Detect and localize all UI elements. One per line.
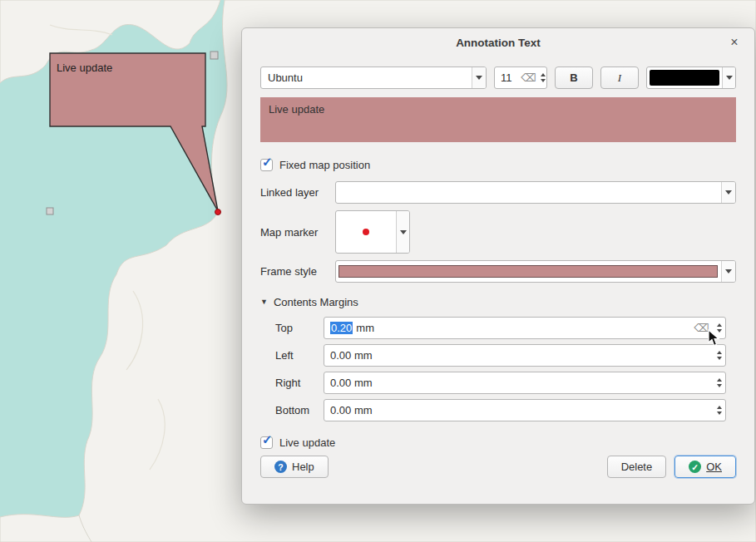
spin-down-icon[interactable]: [717, 411, 722, 415]
margin-bottom-spinner[interactable]: 0.00 mm: [324, 399, 726, 421]
margin-bottom-value: 0.00 mm: [324, 404, 713, 416]
spin-down-icon[interactable]: [541, 79, 546, 82]
annotation-text-editor[interactable]: Live update: [260, 97, 736, 142]
selection-handle[interactable]: [47, 208, 53, 214]
marker-dot-icon: [363, 229, 369, 235]
frame-style-label: Frame style: [260, 265, 335, 278]
fixed-map-position-checkbox[interactable]: ✓ Fixed map position: [260, 159, 736, 171]
check-icon: ✓: [262, 432, 273, 447]
spin-up-icon[interactable]: [541, 73, 546, 76]
dialog-titlebar[interactable]: Annotation Text ×: [242, 28, 754, 57]
spin-down-icon[interactable]: [717, 329, 722, 333]
margin-top-label: Top: [275, 322, 324, 334]
map-marker-row: Map marker: [260, 210, 736, 254]
spin-up-icon[interactable]: [717, 406, 722, 409]
spin-up-icon[interactable]: [717, 323, 722, 327]
spin-up-icon[interactable]: [717, 351, 722, 354]
map-marker-button[interactable]: [335, 210, 410, 254]
clear-icon[interactable]: ⌫: [518, 71, 540, 84]
margin-top-row: Top 0.20mm ⌫: [275, 317, 726, 339]
font-family-select[interactable]: Ubuntu: [260, 67, 487, 89]
margin-right-row: Right 0.00 mm: [275, 372, 726, 394]
map-land-southwest: [0, 515, 91, 542]
contents-margins-toggle[interactable]: ▼ Contents Margins: [260, 296, 736, 308]
help-button[interactable]: ? Help: [260, 456, 329, 478]
font-family-value: Ubuntu: [261, 71, 472, 84]
map-marker-label: Map marker: [260, 226, 335, 239]
dialog-body: Ubuntu 11 ⌫ B I: [242, 57, 754, 488]
live-update-label: Live update: [279, 436, 335, 449]
collapse-triangle-icon: ▼: [260, 298, 268, 306]
margin-left-label: Left: [275, 349, 324, 362]
spin-up-icon[interactable]: [717, 378, 722, 382]
linked-layer-label: Linked layer: [260, 186, 335, 199]
spin-down-icon[interactable]: [717, 357, 722, 360]
margin-right-spinner[interactable]: 0.00 mm: [324, 372, 726, 394]
selection-handle[interactable]: [210, 52, 218, 59]
delete-button[interactable]: Delete: [607, 456, 667, 478]
chevron-down-icon[interactable]: [722, 67, 735, 88]
close-icon[interactable]: ×: [726, 34, 743, 51]
ok-check-icon: ✓: [689, 461, 701, 473]
live-update-checkbox[interactable]: ✓ Live update: [260, 436, 736, 449]
frame-style-row: Frame style: [260, 260, 736, 283]
italic-button[interactable]: I: [600, 67, 639, 89]
chevron-down-icon[interactable]: [721, 261, 735, 282]
selected-text: 0.20: [330, 322, 353, 334]
spinner-buttons[interactable]: [713, 400, 725, 421]
annotation-anchor-marker[interactable]: [215, 209, 221, 215]
contents-margins-group: Top 0.20mm ⌫ Left: [275, 317, 726, 421]
frame-style-select[interactable]: [335, 260, 736, 283]
marker-preview: [336, 211, 396, 253]
help-icon: ?: [274, 461, 287, 473]
margin-left-row: Left 0.00 mm: [275, 344, 726, 367]
linked-layer-select[interactable]: [335, 181, 736, 204]
margin-right-label: Right: [275, 377, 324, 389]
map-annotation-text: Live update: [57, 62, 112, 74]
linked-layer-row: Linked layer: [260, 181, 736, 204]
color-swatch: [650, 70, 719, 86]
checkbox-box[interactable]: ✓: [260, 159, 273, 171]
annotation-text-dialog: Annotation Text × Ubuntu 11 ⌫ B: [241, 27, 755, 505]
dialog-button-row: ? Help Delete ✓ OK: [260, 456, 736, 478]
margin-left-spinner[interactable]: 0.00 mm: [324, 344, 726, 367]
chevron-down-icon[interactable]: [721, 182, 735, 203]
help-label: Help: [292, 461, 314, 473]
font-size-spinner[interactable]: 11 ⌫: [494, 67, 547, 89]
annotation-text-value: Live update: [269, 103, 324, 116]
font-toolbar: Ubuntu 11 ⌫ B I: [260, 67, 736, 89]
font-color-button[interactable]: [646, 67, 736, 89]
fixed-map-position-label: Fixed map position: [279, 159, 370, 171]
checkbox-box[interactable]: ✓: [260, 436, 273, 449]
spinner-buttons[interactable]: [713, 372, 725, 393]
frame-style-preview: [338, 265, 718, 278]
bold-button[interactable]: B: [555, 67, 593, 89]
chevron-down-icon[interactable]: [472, 67, 486, 88]
check-icon: ✓: [262, 155, 273, 170]
margin-bottom-label: Bottom: [275, 404, 324, 416]
dialog-title: Annotation Text: [456, 37, 541, 49]
chevron-down-icon[interactable]: [396, 211, 409, 253]
spinner-buttons[interactable]: [540, 67, 546, 88]
margin-right-value: 0.00 mm: [324, 377, 713, 389]
ok-button[interactable]: ✓ OK: [674, 456, 736, 478]
spinner-buttons[interactable]: [713, 345, 725, 366]
contents-margins-label: Contents Margins: [274, 296, 358, 308]
spinner-buttons[interactable]: [713, 318, 725, 338]
font-size-value: 11: [495, 71, 518, 84]
spin-down-icon[interactable]: [717, 384, 722, 387]
clear-icon[interactable]: ⌫: [691, 322, 713, 334]
margin-top-value: 0.20mm: [324, 322, 691, 334]
margin-left-value: 0.00 mm: [324, 349, 713, 362]
desktop: Live update Annotation Text × Ubuntu 11 …: [0, 0, 756, 542]
ok-label: OK: [706, 461, 722, 473]
unit-text: mm: [356, 322, 374, 334]
margin-bottom-row: Bottom 0.00 mm: [275, 399, 726, 421]
margin-top-spinner[interactable]: 0.20mm ⌫: [324, 317, 726, 339]
